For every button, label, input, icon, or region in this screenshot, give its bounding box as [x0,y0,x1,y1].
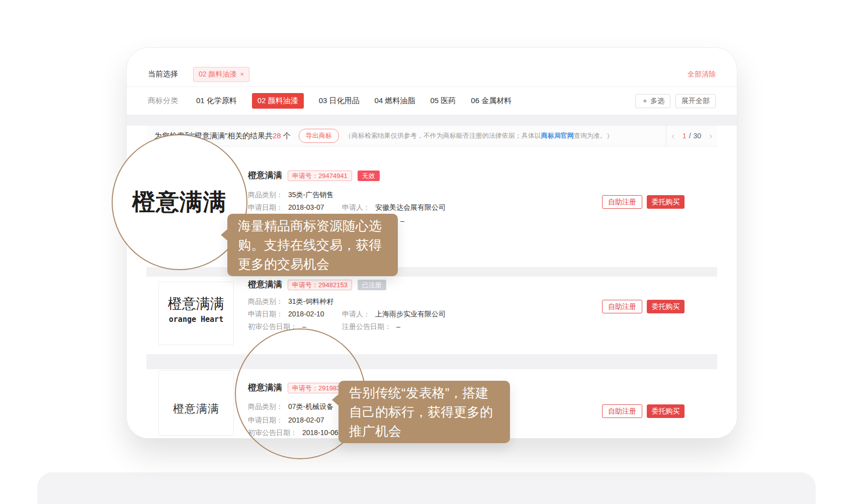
application-number-value: 29482153 [318,281,348,289]
entrust-buy-button[interactable]: 委托购买 [647,300,685,313]
total-pages: 30 [694,132,702,140]
trademark-image[interactable]: 橙意满满 [158,370,234,436]
applicant-label: 申请人： [342,203,370,211]
results-header: 为您检索到“橙意满满”相关的结果共28 个 导出商标 （商标检索结果仅供参考，不… [146,126,717,146]
disclaimer-post: 查询为准。） [574,132,613,139]
applicant-col: 申请人：上海雨步实业有限公司 [342,308,446,320]
page-indicator: 1 / 30 [683,132,701,140]
application-number-value: 29474941 [318,172,348,180]
reg-date-value: – [396,322,400,330]
remove-tag-icon[interactable]: × [240,70,244,78]
trademark-office-link[interactable]: 商标局官网 [541,132,574,139]
current-page: 1 [683,132,687,140]
apply-date-value: 2018-02-10 [288,310,324,318]
trademark-name[interactable]: 橙意满满 [248,279,282,291]
apply-date-label: 申请日期： [248,203,283,211]
status-badge: 无效 [358,171,380,181]
trademark-title-line: 橙意满满 申请号：29482153 已注册 [248,279,386,291]
category-label: 商品类别： [248,191,283,199]
apply-date-line: 申请日期：2018-02-10 申请人：上海雨步实业有限公司 [248,308,324,320]
trademark-row-2: 橙意满满 orange Heart 橙意满满 申请号：29482153 已注册 … [146,277,717,354]
category-label: 商品类别： [248,297,283,305]
apply-date-label: 申请日期： [248,310,283,318]
applicant-col: 申请人：安徽美达会展有限公司 [342,201,446,213]
reg-date-label: 注册公告日期： [342,322,391,330]
trademark-image-text: 橙意满满 [173,401,219,416]
category-item-02-selected[interactable]: 02 颜料油漆 [252,93,304,109]
trademark-title-line: 橙意满满 申请号：29474941 无效 [248,170,380,182]
status-badge: 已注册 [358,280,386,290]
reg-date-col: 注册公告日期：– [342,320,400,332]
entrust-buy-button[interactable]: 委托购买 [647,404,685,418]
selected-filter-tag[interactable]: 02 颜料油漆 × [193,67,249,82]
category-bar: 商标分类 01 化学原料 02 颜料油漆 03 日化用品 04 燃料油脂 05 … [127,87,737,115]
trademark-image-text: 橙意满满 [168,294,224,313]
callout-build-shop: 告别传统“发表格”，搭建自己的标行，获得更多的推广机会 [338,381,510,443]
laptop-base [37,472,816,504]
reg-date-value: – [400,217,404,225]
application-number-label: 申请号： [292,281,318,289]
selected-filter-tag-label: 02 颜料油漆 [199,70,236,79]
applicant-value: 安徽美达会展有限公司 [375,203,446,211]
disclaimer-text: （商标检索结果仅供参考，不作为商标能否注册的法律依据；具体以商标局官网查询为准。… [345,131,613,140]
next-page-icon[interactable]: › [709,131,712,140]
category-item-06[interactable]: 06 金属材料 [471,96,511,106]
category-line: 商品类别：35类-广告销售 [248,189,333,201]
multi-select-button[interactable]: ＋ 多选 [635,94,670,108]
category-actions: ＋ 多选 展开全部 [635,94,716,108]
page-divider: / [689,132,691,140]
application-number-label: 申请号： [292,172,318,180]
category-item-01[interactable]: 01 化学原料 [196,96,237,106]
callout-buy-resources: 海量精品商标资源随心选购。支持在线交易，获得更多的交易机会 [227,214,398,276]
entrust-buy-button[interactable]: 委托购买 [647,195,685,209]
separator-band [127,115,737,126]
trademark-name[interactable]: 橙意满满 [248,170,282,182]
category-line: 商品类别：31类-饲料种籽 [248,295,333,307]
category-value: 31类-饲料种籽 [288,297,333,305]
export-trademarks-button[interactable]: 导出商标 [299,129,339,143]
application-number-badge: 申请号：29474941 [288,171,352,181]
applicant-label: 申请人： [342,310,370,318]
magnified-trademark-text: 橙意满满 [132,187,227,218]
current-selection-label: 当前选择 [148,69,178,79]
category-item-04[interactable]: 04 燃料油脂 [375,96,415,106]
self-register-button[interactable]: 自助注册 [602,404,642,418]
pagination: ‹ 1 / 30 › [666,126,717,146]
self-register-button[interactable]: 自助注册 [602,195,642,209]
page: 当前选择 02 颜料油漆 × 全部清除 商标分类 01 化学原料 02 颜料油漆… [0,0,853,504]
application-number-badge: 申请号：29482153 [288,280,352,290]
expand-all-button[interactable]: 展开全部 [675,94,716,108]
row-gap [146,354,717,369]
prev-page-icon[interactable]: ‹ [671,131,674,140]
category-value: 35类-广告销售 [288,191,333,199]
results-count-suffix: 个 [281,131,291,140]
category-bar-label: 商标分类 [148,96,178,106]
self-register-button[interactable]: 自助注册 [602,300,642,313]
apply-date-value: 2018-03-07 [288,203,324,211]
category-item-05[interactable]: 05 医药 [430,96,456,106]
applicant-value: 上海雨步实业有限公司 [375,310,446,318]
current-selection-bar: 当前选择 02 颜料油漆 × 全部清除 [127,48,737,87]
disclaimer-pre: （商标检索结果仅供参考，不作为商标能否注册的法律依据；具体以 [345,132,541,139]
category-item-03[interactable]: 03 日化用品 [319,96,360,106]
results-count-number: 28 [273,131,281,140]
trademark-image-subtext: orange Heart [169,315,223,324]
apply-date-line: 申请日期：2018-03-07 申请人：安徽美达会展有限公司 [248,201,324,213]
trademark-image[interactable]: 橙意满满 orange Heart [158,282,234,345]
clear-all-button[interactable]: 全部清除 [688,70,716,79]
